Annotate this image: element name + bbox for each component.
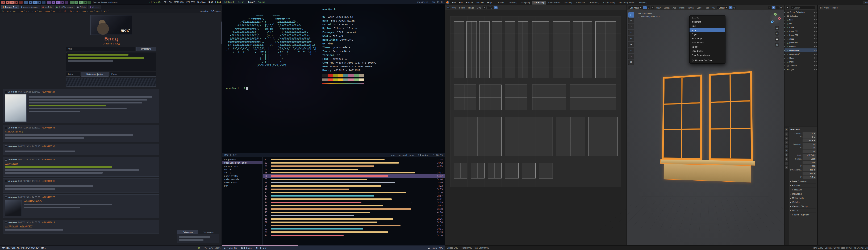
track-row[interactable]: 14 3:19 (262, 201, 445, 204)
mode-dropdown[interactable]: Edit Mode▾ (628, 6, 643, 9)
workspace-tag[interactable]: 5 (65, 1, 68, 4)
outliner-item[interactable]: ▸ ▢ Camera (784, 64, 817, 67)
viewport-menu-item[interactable]: Edge (695, 6, 703, 9)
gizmo-axis[interactable]: X (778, 17, 781, 20)
browser-tab[interactable]: /mov/ — Фильмы (19, 5, 40, 9)
collapsed-panel[interactable]: ▸ Visibility (790, 200, 816, 204)
workspace-tag[interactable]: 3 (33, 1, 37, 4)
outliner-item[interactable]: ▸ △ frame.002 (784, 33, 817, 37)
outliner-item[interactable]: ▸ △ Plane (784, 60, 817, 64)
outliner-search-input[interactable]: ○ Search (791, 6, 815, 9)
collapsed-panel[interactable]: ▸ Relations (790, 183, 816, 187)
tool-icon[interactable]: ▦ (628, 60, 634, 65)
captcha-input[interactable]: Капча (110, 72, 156, 76)
expand-caret-icon[interactable]: ▸ (784, 50, 786, 52)
track-row[interactable]: 03 4:05 (262, 164, 445, 168)
tray-icon[interactable] (219, 1, 221, 3)
uv-island[interactable] (454, 21, 464, 77)
number-field[interactable]: 0° (803, 143, 816, 146)
outliner-item[interactable]: ▸ △ glass.001 (784, 41, 817, 44)
playlist-item[interactable]: lo-fi (222, 171, 262, 174)
board-link[interactable]: au (53, 10, 58, 12)
post-number-link[interactable]: №269416977 (42, 196, 55, 198)
tool-icon[interactable]: ⊞ (628, 42, 634, 47)
workspace-tag[interactable]: 2 (29, 1, 32, 4)
number-field[interactable]: 0° (803, 150, 816, 153)
browser-tab[interactable]: Бред — Двач (1, 5, 19, 9)
tool-icon[interactable]: + (628, 24, 634, 29)
snap-menu-item[interactable]: Face Project (689, 36, 725, 41)
visibility-toggles[interactable] (814, 65, 817, 66)
uv-island[interactable] (454, 163, 467, 178)
snap-menu-item[interactable]: Increment (689, 20, 725, 24)
board-link[interactable]: biz (63, 10, 69, 12)
post-checkbox[interactable] (5, 159, 7, 161)
tmux-window[interactable]: 2:nvim (258, 1, 265, 3)
playlist-item[interactable]: rain sounds (222, 178, 262, 181)
number-field[interactable]: 2.08 m (803, 168, 816, 171)
tool-icon[interactable]: ▭ (628, 18, 634, 24)
snap-menu-item[interactable]: Grid (689, 24, 725, 28)
favorites-tab[interactable]: Топ тредов (198, 230, 219, 234)
editor-type-icon[interactable]: ⊞ (446, 6, 450, 9)
uv-island[interactable] (505, 85, 527, 110)
uv-island[interactable] (532, 21, 549, 77)
vertex-select-icon[interactable]: ∙ (643, 6, 647, 9)
board-link[interactable]: t (30, 10, 34, 12)
gizmo-axis[interactable]: Y (774, 13, 777, 15)
properties-tab-icon[interactable]: ∿ (785, 162, 788, 165)
track-row[interactable]: 04 2:31 (262, 168, 445, 171)
properties-tab-icon[interactable]: ⚒ (785, 128, 788, 131)
visibility-toggles[interactable] (814, 54, 817, 55)
uv-island[interactable] (454, 117, 501, 156)
expand-caret-icon[interactable]: ▸ (784, 27, 786, 29)
snap-menu-footer[interactable]: Absolute Grid Snap (689, 58, 725, 63)
reply-link[interactable]: >>269416424 (OP) (24, 200, 42, 202)
uv-canvas[interactable] (445, 10, 626, 245)
expand-caret-icon[interactable]: ▸ (784, 65, 786, 67)
shading-rendered-icon[interactable]: ◍ (779, 6, 783, 9)
reply-link[interactable]: >>269416424 (OP) (5, 130, 23, 133)
uv-menu-item[interactable]: Image (467, 6, 475, 9)
snap-menu-item[interactable]: Edge Perpendicular (689, 53, 725, 57)
board-link[interactable]: vg (6, 10, 12, 12)
viewport-menu-item[interactable]: Add (671, 6, 678, 9)
tmux-window[interactable]: 0:zsh- (238, 1, 245, 3)
properties-tab-icon[interactable]: ◱ (785, 141, 788, 144)
name-field[interactable]: Имя (66, 47, 135, 51)
playlist-item[interactable]: doomer mix (222, 164, 262, 168)
image-editor-menu-item[interactable]: Image (831, 6, 839, 9)
snap-menu-item[interactable]: Volume (689, 45, 725, 49)
uv-island[interactable] (556, 117, 585, 156)
tool-icon[interactable]: ∿ (628, 54, 634, 59)
viewport-menu-item[interactable]: Mesh (678, 6, 686, 9)
post-checkbox[interactable] (5, 146, 7, 147)
board-link[interactable]: web (96, 10, 102, 12)
uv-island[interactable] (505, 117, 553, 156)
visibility-toggles[interactable] (814, 38, 817, 39)
expand-caret-icon[interactable]: ▸ (784, 42, 786, 44)
uv-island[interactable] (488, 163, 501, 178)
outliner-item[interactable]: ▸ △ floor (784, 18, 817, 22)
viewport-menu-item[interactable]: Select (662, 6, 671, 9)
reply-link[interactable]: >>269416633 (5, 162, 18, 165)
visibility-toggles[interactable] (814, 58, 817, 59)
expand-caret-icon[interactable]: ▸ (784, 19, 786, 21)
expand-caret-icon[interactable]: ▸ (784, 57, 786, 59)
menu-item[interactable]: Render (465, 1, 474, 4)
track-row[interactable]: 16 3:58 (262, 207, 445, 211)
scene-selector[interactable]: Scene (863, 1, 868, 4)
board-link[interactable]: s (26, 10, 30, 12)
properties-tab-icon[interactable]: ⎚ (785, 132, 788, 135)
nav-link[interactable]: Настройки (198, 10, 208, 12)
workspace-tag[interactable]: 4 (83, 1, 87, 4)
collapsed-panel[interactable]: ▸ Motion Paths (790, 196, 816, 200)
blender-logo-icon[interactable] (446, 1, 449, 4)
track-row[interactable]: 20 3:50 (262, 220, 445, 224)
visibility-toggles[interactable] (814, 31, 817, 32)
visibility-toggles[interactable] (814, 12, 817, 13)
proportional-edit-icon[interactable]: ◎ (733, 6, 736, 9)
board-link[interactable]: b (2, 10, 6, 12)
track-row[interactable]: 11 3:36 (262, 191, 445, 194)
tray-icon[interactable] (215, 1, 216, 3)
